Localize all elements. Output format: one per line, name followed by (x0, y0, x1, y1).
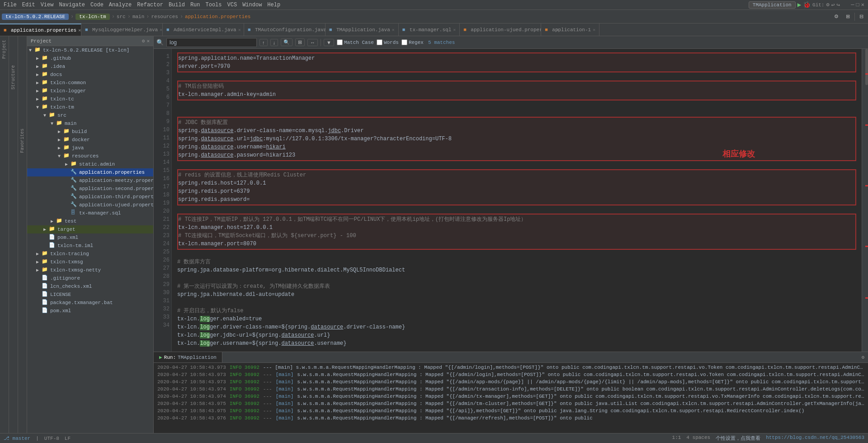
menu-code[interactable]: Code (90, 2, 104, 8)
tree-item-checks[interactable]: ▶ 📄 lcn_checks.xml (27, 282, 153, 291)
menu-file[interactable]: File (4, 2, 17, 8)
tree-item-application-properties[interactable]: ▶ 🔧 application.properties (27, 168, 153, 176)
tab-close-tm-auto[interactable]: ✕ (328, 27, 331, 33)
tree-root[interactable]: ▼ 📁 tx-lcn-5.0.2.RELEASE [tx-lcn] (27, 46, 153, 54)
code-editor[interactable]: 1234567891011121314151617181920212223242… (154, 49, 862, 352)
tree-item-iml[interactable]: ▶ 📄 txlcn-tm.iml (27, 242, 153, 250)
words-checkbox[interactable] (377, 39, 382, 45)
structure-strip-label[interactable]: Structure (10, 63, 17, 91)
tab-app-ujued[interactable]: ■ application-ujued.properties ✕ (460, 24, 541, 36)
console-settings-icon[interactable]: ⚙ (861, 354, 864, 360)
tab-admin-service[interactable]: ■ AdminServiceImpl.java ✕ (163, 24, 244, 36)
project-strip-label[interactable]: Project (1, 38, 8, 61)
code-content[interactable]: spring.application.name=TransactionManag… (172, 49, 862, 352)
search-options-btn[interactable]: ⊞ (295, 38, 305, 46)
tab-close-mysql[interactable]: ✕ (160, 27, 162, 33)
tree-item-idea[interactable]: ▶ 📁 .idea (27, 62, 153, 71)
tree-item-txlcn-logger[interactable]: ▶ 📁 txlcn-logger (27, 87, 153, 95)
tree-item-pom-tm[interactable]: ▶ 📄 pom.xml (27, 233, 153, 242)
tab-application-properties[interactable]: ■ application.properties ✕ (0, 24, 81, 36)
tree-item-bat[interactable]: ▶ 📄 package.txmanager.bat (27, 299, 153, 307)
tab-close-application-properties[interactable]: ✕ (78, 28, 81, 33)
run-config-selector[interactable]: TMApplication (749, 1, 796, 9)
close-icon[interactable]: ✕ (861, 1, 864, 8)
menu-refactor[interactable]: Refactor (137, 2, 163, 8)
tree-item-pom-root[interactable]: ▶ 📄 pom.xml (27, 307, 153, 315)
redo-icon[interactable]: ↪ (837, 1, 840, 9)
menu-help[interactable]: Help (267, 2, 280, 8)
search-next-btn[interactable]: ↓ (270, 39, 278, 46)
split-button[interactable]: ⊟ (857, 13, 866, 20)
tree-item-txmsg-netty[interactable]: ▶ 📁 txlcn-txmsg-netty (27, 266, 153, 274)
regex-checkbox[interactable] (401, 39, 407, 45)
regex-option[interactable]: Regex (401, 39, 424, 45)
tree-item-test[interactable]: ▶ 📁 test (27, 217, 153, 225)
tab-close-ujued[interactable]: ✕ (556, 27, 559, 33)
menu-navigate[interactable]: Navigate (59, 2, 85, 8)
file-breadcrumb[interactable]: application.properties (185, 14, 250, 19)
search-find-btn[interactable]: 🔍 (281, 38, 292, 46)
tree-item-second[interactable]: ▶ 🔧 application-second.properties (27, 185, 153, 193)
menu-window[interactable]: Window (242, 2, 262, 8)
tab-tm-auto[interactable]: ■ TMAutoConfiguration.java ✕ (244, 24, 326, 36)
tab-close-app1[interactable]: ✕ (593, 27, 595, 33)
tree-item-target[interactable]: ▶ 📁 target (27, 225, 153, 233)
project-breadcrumb[interactable]: tx-lcn-5.0.2.RELEASE (2, 14, 69, 20)
tree-item-docker[interactable]: ▶ 📁 docker (27, 136, 153, 144)
scrollbar-track[interactable] (862, 49, 868, 352)
debug-button[interactable]: 🐞 (803, 1, 811, 9)
tree-item-github[interactable]: ▶ 📁 .github (27, 54, 153, 62)
tree-item-txmsg[interactable]: ▶ 📁 txlcn-txmsg (27, 258, 153, 266)
search-input[interactable] (166, 38, 257, 47)
tree-item-gitignore[interactable]: ▶ 📄 .gitignore (27, 274, 153, 282)
url-link[interactable]: https://blog.csdn.net/qq_25430563 (766, 435, 864, 442)
settings-icon[interactable]: ⚙ (826, 1, 829, 8)
minimize-icon[interactable]: ─ (851, 2, 854, 8)
favorites-strip-label[interactable]: Favorites (19, 127, 26, 155)
run-button[interactable]: ▶ (797, 1, 801, 9)
search-prev-btn[interactable]: ↑ (259, 39, 268, 46)
tree-item-license[interactable]: ▶ 📄 LICENSE (27, 291, 153, 299)
match-case-checkbox[interactable] (337, 39, 343, 45)
tab-app-1[interactable]: ■ application-1 ✕ (541, 24, 599, 36)
tab-mysql-logger[interactable]: ■ MysqlLoggerHelper.java ✕ (81, 24, 163, 36)
tab-close-sql[interactable]: ✕ (453, 27, 456, 33)
words-option[interactable]: Words (377, 39, 399, 45)
src-breadcrumb[interactable]: src (117, 14, 126, 19)
tree-item-sql[interactable]: ▶ 🗄 tx-manager.sql (27, 209, 153, 217)
menu-build[interactable]: Build (169, 2, 185, 8)
terminal-button[interactable]: ⊞ (843, 13, 853, 20)
tree-item-txlcn-tm[interactable]: ▼ 📁 txlcn-tm (27, 103, 153, 111)
scrollbar-thumb[interactable] (865, 49, 868, 85)
sidebar-close-icon[interactable]: ✕ (146, 38, 150, 44)
tree-item-tracing[interactable]: ▶ 📁 txlcn-tracing (27, 250, 153, 258)
menu-tools[interactable]: Tools (206, 2, 222, 8)
tab-tm-app[interactable]: ■ TMApplication.java ✕ (326, 24, 399, 36)
undo-icon[interactable]: ↩ (831, 1, 835, 9)
main-breadcrumb[interactable]: main (132, 14, 144, 19)
build-button[interactable]: ⚙ (831, 13, 841, 20)
tree-item-txlcn-tc[interactable]: ▶ 📁 txlcn-tc (27, 95, 153, 103)
menu-run[interactable]: Run (190, 2, 200, 8)
tree-item-ujued[interactable]: ▶ 🔧 application-ujued.properties (27, 201, 153, 209)
tree-item-static-admin[interactable]: ▶ 📁 static.admin (27, 160, 153, 168)
tree-item-build[interactable]: ▶ 📁 build (27, 128, 153, 136)
tree-item-docs[interactable]: ▶ 📁 docs (27, 71, 153, 79)
tree-item-txlcn-common[interactable]: ▶ 📁 txlcn-common (27, 79, 153, 87)
maximize-icon[interactable]: □ (856, 2, 859, 8)
branch-breadcrumb[interactable]: tx-lcn-tm (75, 14, 109, 20)
tab-close-admin[interactable]: ✕ (238, 27, 241, 33)
tab-close-tm-app[interactable]: ✕ (392, 27, 395, 33)
tab-tx-manager-sql[interactable]: ■ tx-manager.sql ✕ (399, 24, 460, 36)
run-tab[interactable]: ▶ Run: TMApplication (154, 352, 222, 362)
tree-item-resources[interactable]: ▼ 📁 resources (27, 152, 153, 160)
tree-item-main[interactable]: ▼ 📁 main (27, 119, 153, 128)
menu-vcs[interactable]: VCS (227, 2, 237, 8)
tree-item-src[interactable]: ▼ 📁 src (27, 111, 153, 119)
search-filter-btn[interactable]: ▼ (324, 39, 334, 46)
match-case-option[interactable]: Match Case (337, 39, 374, 45)
search-replace-btn[interactable]: ↔ (307, 39, 318, 46)
tree-item-third[interactable]: ▶ 🔧 application-third.properties (27, 193, 153, 201)
resources-breadcrumb[interactable]: resources (151, 14, 178, 19)
tree-item-java[interactable]: ▶ 📁 java (27, 144, 153, 152)
